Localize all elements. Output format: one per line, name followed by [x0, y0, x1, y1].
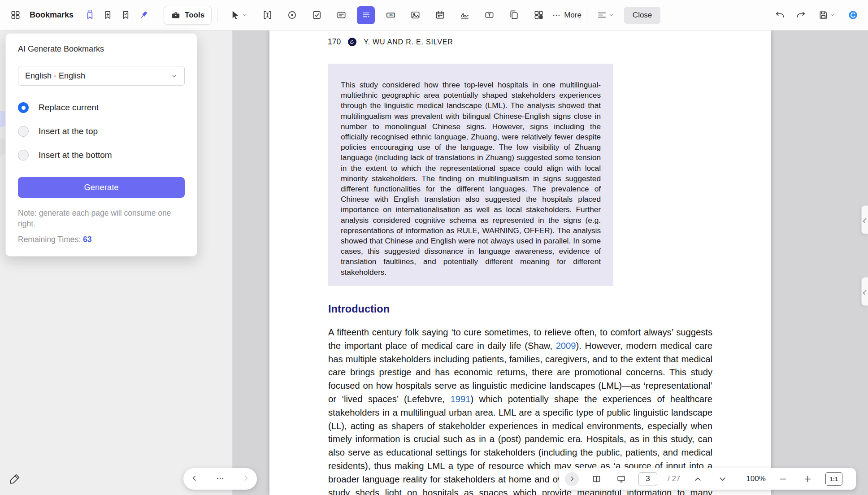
history-save-group	[771, 6, 862, 24]
bookmarks-panel-title: Bookmarks	[30, 10, 74, 20]
chevron-down-icon	[171, 73, 178, 79]
text-field-button[interactable]	[480, 6, 498, 24]
chevron-up-icon	[693, 474, 703, 484]
image-tool-button[interactable]	[406, 6, 424, 24]
popup-title: AI Generate Bookmarks	[18, 44, 185, 54]
highlight-tool-button[interactable]	[357, 6, 375, 24]
text-select-icon	[262, 10, 273, 20]
record-button[interactable]	[283, 6, 301, 24]
tools-icon	[171, 10, 181, 20]
ai-bookmark-button[interactable]	[81, 6, 99, 24]
redo-button[interactable]	[792, 6, 810, 24]
toolbar-divider	[587, 9, 587, 22]
bookmark-check-icon	[121, 10, 131, 20]
prev-page-button[interactable]	[191, 474, 198, 483]
layout-tool-button[interactable]	[529, 6, 547, 24]
app-grid-icon	[10, 10, 21, 20]
document-viewport[interactable]: 170 Y. WU AND R. E. SILVER This study co…	[233, 30, 868, 495]
signature-tool-button[interactable]	[456, 6, 473, 24]
journal-logo-icon	[347, 36, 358, 48]
pin-icon	[139, 10, 149, 20]
undo-icon	[775, 10, 785, 20]
more-button[interactable]: More	[552, 11, 582, 20]
note-text: Note: generate each page will consume on…	[18, 208, 185, 229]
form-field-icon	[336, 10, 347, 20]
radio-label: Insert at the bottom	[39, 150, 112, 160]
copy-tool-button[interactable]	[505, 6, 523, 24]
zoom-level-label: 100%	[746, 474, 765, 483]
language-select[interactable]: English - English	[18, 66, 185, 86]
app-launcher-button[interactable]	[6, 6, 24, 24]
section-title-introduction: Introduction	[328, 303, 390, 315]
text-field-icon	[484, 10, 495, 20]
highlight-icon	[361, 10, 371, 20]
tools-button[interactable]: Tools	[164, 6, 212, 25]
expand-panel-button[interactable]	[565, 472, 579, 486]
undo-button[interactable]	[771, 6, 789, 24]
zoom-in-button[interactable]	[801, 472, 815, 486]
stamp-text: OK	[388, 13, 393, 17]
radio-indicator[interactable]	[18, 126, 29, 137]
pdf-editor-app: Bookmarks Tools	[0, 0, 868, 495]
annotation-tools-group: OK	[226, 6, 547, 24]
radio-label: Insert at the top	[39, 126, 98, 136]
stamp-tool-button[interactable]: OK	[382, 6, 399, 24]
bookmark-check-button[interactable]	[117, 6, 135, 24]
checkbox-tool-button[interactable]	[308, 6, 326, 24]
toolbar-divider	[217, 9, 217, 22]
pin-button[interactable]	[135, 6, 152, 24]
radio-option-insert-top[interactable]: Insert at the top	[18, 126, 185, 137]
actual-size-button[interactable]: 1:1	[825, 472, 842, 486]
top-toolbar: Bookmarks Tools	[0, 0, 868, 30]
presentation-button[interactable]	[614, 472, 628, 486]
page-options-button[interactable]	[216, 474, 225, 484]
radio-label: Replace current	[39, 103, 99, 113]
save-icon	[818, 10, 829, 20]
chevron-left-icon	[191, 474, 198, 482]
form-field-button[interactable]	[332, 6, 350, 24]
save-button[interactable]	[813, 6, 841, 24]
next-page-chevron-button[interactable]	[715, 472, 729, 486]
more-label: More	[564, 11, 582, 20]
line-spacing-icon	[597, 10, 607, 20]
close-button[interactable]: Close	[624, 7, 660, 24]
panel-tab-sliver	[0, 139, 5, 155]
citation-link[interactable]: 2009	[556, 341, 576, 351]
abstract-box: This study considered how three top-leve…	[328, 64, 613, 286]
ellipsis-icon	[216, 474, 225, 483]
cursor-icon	[230, 10, 240, 20]
radio-indicator-selected[interactable]	[18, 102, 29, 113]
annotate-pen-button[interactable]	[5, 470, 23, 488]
select-tool-button[interactable]	[226, 6, 252, 24]
language-select-value: English - English	[25, 71, 85, 81]
text-select-button[interactable]	[258, 6, 276, 24]
radio-indicator[interactable]	[18, 150, 29, 161]
next-page-button[interactable]	[242, 474, 250, 483]
ai-generate-bookmarks-popup: AI Generate Bookmarks English - English …	[5, 33, 197, 256]
page-header: 170 Y. WU AND R. E. SILVER	[328, 36, 453, 48]
radio-option-insert-bottom[interactable]: Insert at the bottom	[18, 150, 185, 161]
remaining-times: Remaining Times: 63	[18, 235, 185, 244]
right-edge-tab[interactable]	[861, 277, 868, 306]
line-spacing-button[interactable]	[593, 6, 619, 24]
view-controls-bar: / 27 100% 1:1	[559, 468, 856, 490]
citation-link[interactable]: 1991	[450, 394, 470, 404]
image-icon	[410, 10, 421, 20]
page-number-input[interactable]	[638, 472, 657, 486]
date-tool-button[interactable]	[431, 6, 449, 24]
record-icon	[287, 10, 297, 20]
plus-icon	[803, 474, 812, 484]
page-nav-pill	[183, 468, 257, 490]
add-bookmark-button[interactable]	[99, 6, 117, 24]
page-layout-button[interactable]	[589, 472, 603, 486]
radio-option-replace-current[interactable]: Replace current	[18, 102, 185, 113]
zoom-out-button[interactable]	[776, 472, 790, 486]
right-edge-tab[interactable]	[861, 205, 868, 234]
previous-page-chevron-button[interactable]	[690, 472, 705, 486]
signature-icon	[460, 10, 470, 20]
tools-label: Tools	[185, 11, 204, 20]
chevron-down-icon	[608, 12, 614, 18]
chevron-right-icon	[569, 475, 576, 482]
ai-assistant-button[interactable]	[844, 6, 862, 24]
generate-button[interactable]: Generate	[18, 177, 185, 198]
